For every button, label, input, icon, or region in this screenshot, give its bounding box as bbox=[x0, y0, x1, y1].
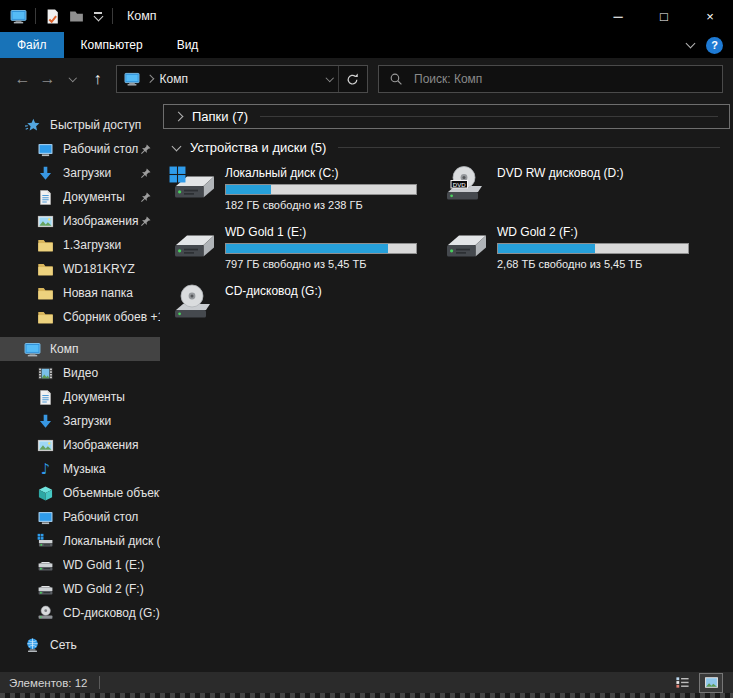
sidebar-item-local-disk-c[interactable]: Локальный диск (C:) bbox=[0, 529, 160, 553]
pin-icon bbox=[139, 167, 152, 180]
drive-tile-local-disk-c[interactable]: Локальный диск (C:) 182 ГБ свободно из 2… bbox=[170, 165, 442, 222]
documents-icon bbox=[37, 389, 54, 406]
quick-access-toolbar bbox=[0, 8, 114, 25]
thumbnails-view-icon bbox=[704, 675, 719, 690]
drive-tile-wd-gold-2-f[interactable]: WD Gold 2 (F:) 2,68 ТБ свободно из 5,45 … bbox=[442, 224, 714, 281]
expand-ribbon-icon[interactable] bbox=[686, 39, 696, 49]
sidebar-item-documents[interactable]: Документы bbox=[0, 385, 160, 409]
sidebar-item-desktop[interactable]: Рабочий стол bbox=[0, 505, 160, 529]
chevron-down-icon[interactable] bbox=[171, 141, 181, 151]
capacity-bar bbox=[225, 184, 417, 195]
window-controls: ─ □ × bbox=[595, 0, 733, 32]
quick-access-star-icon bbox=[24, 117, 41, 134]
system-drive-icon bbox=[37, 533, 54, 550]
ribbon-tab-bar: Файл Компьютер Вид ? bbox=[0, 32, 733, 58]
network-icon bbox=[24, 637, 41, 654]
properties-icon[interactable] bbox=[44, 8, 61, 25]
downloads-icon bbox=[37, 165, 54, 182]
sidebar-item-cd-drive[interactable]: CD-дисковод (G:) bbox=[0, 601, 160, 625]
sidebar-item-downloads-pinned[interactable]: Загрузки bbox=[0, 161, 160, 185]
sidebar-item-this-pc[interactable]: Комп bbox=[0, 337, 160, 361]
customize-toolbar-icon[interactable] bbox=[92, 10, 104, 22]
navigation-pane: Быстрый доступ Рабочий стол Загрузки Док… bbox=[0, 100, 160, 672]
sidebar-item-pictures[interactable]: Изображения bbox=[0, 433, 160, 457]
tab-computer[interactable]: Компьютер bbox=[64, 32, 160, 58]
new-folder-icon[interactable] bbox=[68, 8, 85, 25]
up-button[interactable]: ↑ bbox=[85, 66, 110, 92]
group-header-folders[interactable]: Папки (7) bbox=[163, 104, 730, 129]
search-input[interactable] bbox=[412, 71, 712, 87]
window-title: Комп bbox=[127, 9, 157, 23]
divider bbox=[99, 676, 100, 689]
tab-view[interactable]: Вид bbox=[160, 32, 216, 58]
forward-button[interactable]: → bbox=[35, 66, 60, 92]
folder-icon bbox=[37, 237, 54, 254]
pin-icon bbox=[139, 191, 152, 204]
this-pc-icon bbox=[10, 8, 27, 25]
pictures-icon bbox=[37, 213, 54, 230]
desktop-icon bbox=[37, 141, 54, 158]
sidebar-item-wd181kryz[interactable]: WD181KRYZ bbox=[0, 257, 160, 281]
refresh-icon[interactable] bbox=[345, 72, 360, 87]
drive-name: Локальный диск (C:) bbox=[225, 166, 417, 180]
close-button[interactable]: × bbox=[687, 0, 733, 32]
sidebar-item-wd-gold-2[interactable]: WD Gold 2 (F:) bbox=[0, 577, 160, 601]
desktop-icon bbox=[37, 509, 54, 526]
capacity-bar bbox=[225, 243, 417, 254]
drive-tile-cd-g[interactable]: CD-дисковод (G:) bbox=[170, 283, 442, 340]
drive-free-space: 797 ГБ свободно из 5,45 ТБ bbox=[225, 258, 417, 270]
sidebar-item-quick-access[interactable]: Быстрый доступ bbox=[0, 113, 160, 137]
hdd-icon bbox=[170, 224, 218, 268]
divider bbox=[112, 8, 113, 24]
sidebar-item-wd-gold-1[interactable]: WD Gold 1 (E:) bbox=[0, 553, 160, 577]
folder-icon bbox=[37, 261, 54, 278]
sidebar-item-documents-pinned[interactable]: Документы bbox=[0, 185, 160, 209]
sidebar-item-network[interactable]: Сеть bbox=[0, 633, 160, 657]
sidebar-item-sbornik-oboev[interactable]: Сборник обоев +16 bbox=[0, 305, 160, 329]
sidebar-item-downloads[interactable]: Загрузки bbox=[0, 409, 160, 433]
windows-logo-icon bbox=[169, 166, 186, 183]
drive-free-space: 2,68 ТБ свободно из 5,45 ТБ bbox=[497, 258, 689, 270]
sidebar-item-folder-1zagruzki[interactable]: 1.Загрузки bbox=[0, 233, 160, 257]
video-icon bbox=[37, 365, 54, 382]
pin-icon bbox=[139, 143, 152, 156]
file-list-pane: Папки (7) Устройства и диски (5) Локальн… bbox=[160, 100, 733, 672]
divider bbox=[338, 66, 339, 92]
details-view-button[interactable] bbox=[671, 674, 693, 692]
recent-locations-icon[interactable] bbox=[60, 66, 85, 92]
drive-name: WD Gold 1 (E:) bbox=[225, 225, 417, 239]
group-header-devices[interactable]: Устройства и диски (5) bbox=[162, 136, 731, 159]
chevron-right-icon[interactable] bbox=[173, 112, 183, 122]
sidebar-item-novaya-papka[interactable]: Новая папка bbox=[0, 281, 160, 305]
music-icon: ♪ bbox=[37, 461, 54, 478]
minimize-button[interactable]: ─ bbox=[595, 0, 641, 32]
back-button[interactable]: ← bbox=[10, 66, 35, 92]
breadcrumb-location[interactable]: Комп bbox=[160, 72, 188, 86]
address-bar[interactable]: Комп bbox=[116, 65, 368, 93]
downloads-icon bbox=[37, 413, 54, 430]
cd-drive-icon bbox=[170, 283, 218, 327]
dvd-drive-icon bbox=[442, 165, 490, 209]
folder-icon bbox=[37, 285, 54, 302]
search-box[interactable] bbox=[378, 65, 723, 93]
hdd-icon bbox=[37, 557, 54, 574]
sidebar-item-music[interactable]: ♪ Музыка bbox=[0, 457, 160, 481]
sidebar-item-3d-objects[interactable]: Объемные объекты bbox=[0, 481, 160, 505]
thumbnails-view-button[interactable] bbox=[700, 674, 722, 692]
maximize-button[interactable]: □ bbox=[641, 0, 687, 32]
sidebar-item-video[interactable]: Видео bbox=[0, 361, 160, 385]
tab-file[interactable]: Файл bbox=[0, 32, 64, 58]
divider bbox=[35, 8, 36, 24]
details-view-icon bbox=[675, 675, 690, 690]
titlebar: Комп ─ □ × bbox=[0, 0, 733, 32]
drive-tile-dvd-rw-d[interactable]: DVD RW дисковод (D:) bbox=[442, 165, 714, 222]
drives-grid: Локальный диск (C:) 182 ГБ свободно из 2… bbox=[162, 165, 731, 340]
sidebar-item-desktop-pinned[interactable]: Рабочий стол bbox=[0, 137, 160, 161]
help-button[interactable]: ? bbox=[706, 37, 723, 54]
address-dropdown-icon[interactable] bbox=[325, 74, 333, 82]
drive-free-space: 182 ГБ свободно из 238 ГБ bbox=[225, 199, 417, 211]
navigation-toolbar: ← → ↑ Комп bbox=[0, 58, 733, 100]
sidebar-item-pictures-pinned[interactable]: Изображения bbox=[0, 209, 160, 233]
divider bbox=[260, 116, 718, 117]
drive-tile-wd-gold-1-e[interactable]: WD Gold 1 (E:) 797 ГБ свободно из 5,45 Т… bbox=[170, 224, 442, 281]
